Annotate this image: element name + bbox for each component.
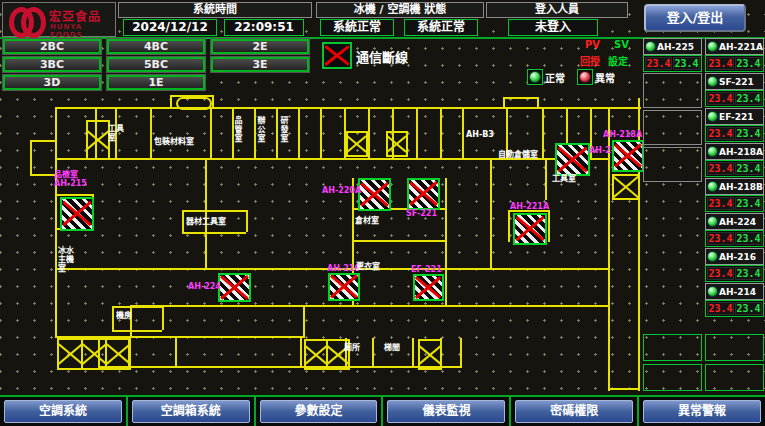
plan-unit-ah-218a[interactable] xyxy=(612,140,644,172)
stairs-cell-icon xyxy=(88,122,108,158)
nav-segment: 儀表監視 xyxy=(383,397,511,426)
plan-unit-ah-214[interactable] xyxy=(555,143,590,176)
system-time-label: 系統時間 xyxy=(118,2,312,18)
plan-unit-ah-215[interactable] xyxy=(60,197,94,231)
hmi-screen: { "header": { "logo_text": "宏亞食品", "logo… xyxy=(0,0,765,426)
stairs-cell-icon xyxy=(420,341,440,368)
login-user-label: 登入人員 xyxy=(486,2,628,18)
panel-unit: EF-22123.423.4 xyxy=(705,108,764,142)
panel-spacer xyxy=(705,318,764,334)
floor-button-2bc[interactable]: 2BC xyxy=(3,39,101,54)
floor-button-5bc[interactable]: 5BC xyxy=(107,57,205,72)
plan-wall xyxy=(416,107,418,158)
abnormal-led xyxy=(577,69,593,85)
plan-unit-ah-221a[interactable] xyxy=(513,213,547,245)
plan-wall xyxy=(182,210,246,212)
status-led-icon xyxy=(707,216,718,227)
room-label: 工具 室 xyxy=(108,124,124,142)
status-panel-right-column: AH-221A23.423.4SF-22123.423.4EF-22123.42… xyxy=(705,38,764,394)
plan-wall xyxy=(30,140,32,176)
room-label: 倉材室 xyxy=(355,216,379,225)
panel-unit: AH-22523.423.4 xyxy=(643,38,702,72)
empty-panel-slot xyxy=(705,334,764,361)
comm-error-icon xyxy=(322,42,352,69)
nav-button-2[interactable]: 空調箱系統 xyxy=(132,400,250,423)
unit-status-cell-ah-221a[interactable]: AH-221A xyxy=(705,38,764,55)
unit-name-label: AH-218B xyxy=(719,182,763,192)
floor-button-3bc[interactable]: 3BC xyxy=(3,57,101,72)
abnormal-legend-label: 異常 xyxy=(595,70,615,85)
sv-value: 23.4 xyxy=(735,162,762,175)
nav-button-4[interactable]: 儀表監視 xyxy=(387,400,505,423)
unit-status-cell-ah-224[interactable]: AH-224 xyxy=(705,213,764,230)
room-label: 冰水 主機 室 xyxy=(58,246,74,273)
plan-wall xyxy=(503,97,539,99)
unit-value-row: 23.423.4 xyxy=(705,300,764,317)
floor-button-3d[interactable]: 3D xyxy=(3,75,101,90)
nav-button-1[interactable]: 空調系統 xyxy=(4,400,122,423)
status-led-icon xyxy=(707,146,718,157)
room-label: 更衣室 xyxy=(356,262,380,271)
unit-name-label: EF-221 xyxy=(719,112,754,122)
plan-wall xyxy=(542,107,544,158)
unit-status-cell-ah-218b[interactable]: AH-218B xyxy=(705,178,764,195)
unit-name-label: AH-216 xyxy=(719,252,756,262)
plan-wall xyxy=(462,107,464,158)
plan-unit-sf-221[interactable] xyxy=(407,178,440,210)
plan-wall xyxy=(320,107,322,158)
plan-unit-label-sf-221: SF-221 xyxy=(406,209,437,218)
room-label: 工具室 xyxy=(552,174,576,183)
header-bar: 宏亞食品 HUNYA FOODS 系統時間 2024/12/12 22:09:5… xyxy=(0,0,765,39)
nav-button-3[interactable]: 參數設定 xyxy=(260,400,378,423)
plan-wall xyxy=(162,306,164,330)
unit-status-cell-ah-218a[interactable]: AH-218A xyxy=(705,143,764,160)
unit-name-label: AH-221A xyxy=(719,42,763,52)
unit-status-cell-ah-225[interactable]: AH-225 xyxy=(643,38,702,55)
plan-unit-ah-220a[interactable] xyxy=(358,178,391,211)
plan-unit-label-ef-221: EF-221 xyxy=(411,265,442,274)
unit-status-cell-ef-221[interactable]: EF-221 xyxy=(705,108,764,125)
plan-wall xyxy=(508,210,510,242)
login-logout-button[interactable]: 登入/登出 xyxy=(644,4,746,32)
unit-status-cell-sf-221[interactable]: SF-221 xyxy=(705,73,764,90)
room-label: 品管室 xyxy=(233,116,242,143)
plan-unit-label-ah-218a: AH-218A xyxy=(603,130,642,139)
room-label: 辦公室 xyxy=(256,116,265,143)
plan-wall xyxy=(112,330,162,332)
room-label: 機房 xyxy=(116,311,132,320)
pv-value: 23.4 xyxy=(645,57,672,70)
elevator-pill-icon xyxy=(176,97,212,110)
plan-wall xyxy=(490,158,492,268)
unit-value-row: 23.423.4 xyxy=(705,160,764,177)
status-panel-left-column: AH-22523.423.4 xyxy=(643,38,702,394)
unit-status-cell-ah-214[interactable]: AH-214 xyxy=(705,283,764,300)
stairs-icon xyxy=(346,131,368,157)
stairs-icon xyxy=(612,174,640,200)
plan-unit-ah-216[interactable] xyxy=(328,273,360,301)
chiller-status-value: 系統正常 xyxy=(320,19,394,36)
setpoint-legend-label: 設定 xyxy=(608,53,628,68)
plan-wall xyxy=(55,107,641,109)
nav-button-5[interactable]: 密碼權限 xyxy=(515,400,633,423)
unit-status-panel: AH-22523.423.4 AH-221A23.423.4SF-22123.4… xyxy=(643,38,764,394)
plan-wall xyxy=(440,107,442,158)
nav-button-6[interactable]: 異常警報 xyxy=(643,400,761,423)
sv-value: 23.4 xyxy=(735,92,762,105)
plan-unit-ah-224[interactable] xyxy=(218,273,251,302)
nav-segment: 異常警報 xyxy=(639,397,765,426)
floor-button-3e[interactable]: 3E xyxy=(211,57,309,72)
plan-wall xyxy=(545,158,547,200)
floor-button-4bc[interactable]: 4BC xyxy=(107,39,205,54)
plan-unit-ef-221[interactable] xyxy=(413,274,444,301)
room-label: AH-B3 xyxy=(466,130,494,139)
floor-button-2e[interactable]: 2E xyxy=(211,39,309,54)
panel-unit: AH-21623.423.4 xyxy=(705,248,764,282)
stairs-cell-icon xyxy=(306,341,326,368)
status-led-icon xyxy=(707,251,718,262)
plan-wall xyxy=(548,210,550,242)
unit-status-cell-ah-216[interactable]: AH-216 xyxy=(705,248,764,265)
pv-value: 23.4 xyxy=(707,92,734,105)
unit-name-label: AH-214 xyxy=(719,287,756,297)
stairs-icon xyxy=(57,338,131,370)
floor-button-1e[interactable]: 1E xyxy=(107,75,205,90)
